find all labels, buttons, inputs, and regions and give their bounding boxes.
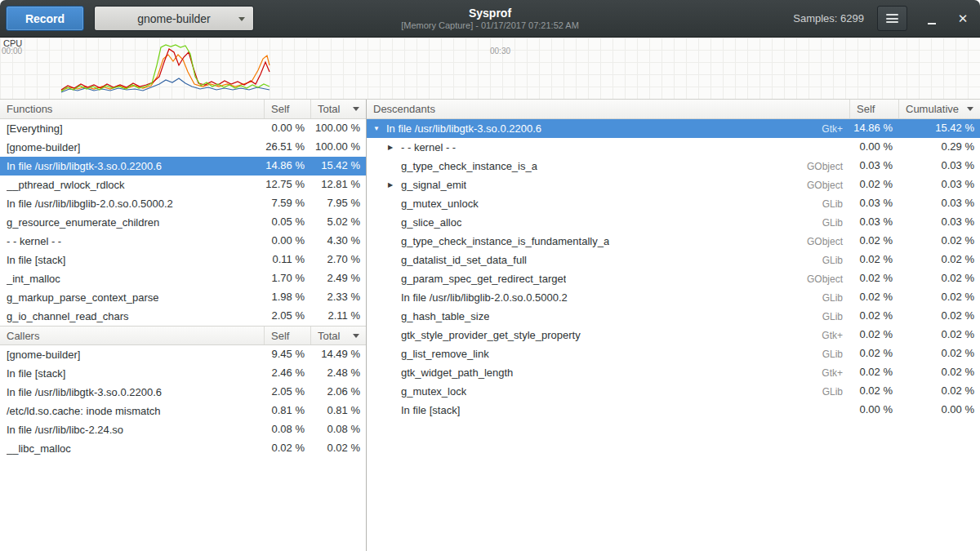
column-header-callers[interactable]: Callers [0,327,264,344]
column-header-total-label: Total [318,103,340,115]
table-row[interactable]: __libc_malloc0.02 %0.02 % [0,439,366,458]
name-cell: g_type_check_instance_is_aGObject [367,157,849,176]
self-percent: 14.86 % [264,157,310,176]
table-row[interactable]: In file /usr/lib/libglib-2.0.so.0.5000.2… [367,288,980,307]
function-name: [Everything] [7,120,63,138]
column-header-self[interactable]: Self [264,327,310,344]
table-row[interactable]: ▼In file /usr/lib/libgtk-3.so.0.2200.6Gt… [367,119,980,138]
table-row[interactable]: In file /usr/lib/libgtk-3.so.0.2200.614.… [0,157,366,176]
cumulative-percent: 0.29 % [898,138,980,157]
table-row[interactable]: [Everything]0.00 %100.00 % [0,119,366,138]
total-percent: 14.49 % [310,345,366,364]
expander-closed-icon[interactable]: ▶ [388,176,401,194]
table-row[interactable]: In file /usr/lib/libc-2.24.so0.08 %0.08 … [0,420,366,439]
name-cell: g_slice_allocGLib [367,213,849,232]
self-percent: 0.03 % [849,157,898,176]
table-row[interactable]: g_type_check_instance_is_fundamentally_a… [367,232,980,251]
chevron-down-icon [238,17,245,21]
function-name: gtk_style_provider_get_style_property [401,327,581,344]
function-name: g_datalist_id_set_data_full [401,251,527,269]
function-name: In file /usr/lib/libgtk-3.so.0.2200.6 [7,158,162,176]
self-percent: 0.03 % [849,213,898,232]
name-cell: /etc/ld.so.cache: inode mismatch [0,402,264,420]
table-row[interactable]: - - kernel - -0.00 %4.30 % [0,232,366,251]
name-cell: g_mutex_lockGLib [367,382,849,401]
name-cell: ▶g_signal_emitGObject [367,176,849,194]
column-header-descendants[interactable]: Descendants [367,100,849,118]
table-row[interactable]: ▶g_signal_emitGObject0.02 %0.03 % [367,176,980,194]
process-selector-dropdown[interactable]: gnome-builder [94,6,254,31]
samples-count: Samples: 6299 [793,12,864,24]
function-name: [gnome-builder] [7,346,80,364]
table-row[interactable]: In file /usr/lib/libglib-2.0.so.0.5000.2… [0,194,366,213]
name-cell: g_resource_enumerate_children [0,213,264,232]
close-button[interactable]: ✕ [951,7,974,30]
table-row[interactable]: g_resource_enumerate_children0.05 %5.02 … [0,213,366,232]
table-row[interactable]: _int_malloc1.70 %2.49 % [0,269,366,288]
expander-open-icon[interactable]: ▼ [373,120,386,138]
table-row[interactable]: gtk_widget_path_lengthGtk+0.02 %0.02 % [367,363,980,382]
cumulative-percent: 0.03 % [898,194,980,213]
name-cell: g_param_spec_get_redirect_targetGObject [367,269,849,288]
function-name: g_list_remove_link [401,345,489,363]
table-row[interactable]: g_slice_allocGLib0.03 %0.03 % [367,213,980,232]
table-row[interactable]: In file [stack]0.00 %0.00 % [367,401,980,420]
table-row[interactable]: g_mutex_lockGLib0.02 %0.02 % [367,382,980,401]
self-percent: 0.02 % [264,439,310,458]
cpu-line-green [61,45,270,91]
headerbar: Record gnome-builder Sysprof [Memory Cap… [0,0,980,38]
column-header-total[interactable]: Total [310,327,366,344]
function-name: g_io_channel_read_chars [7,308,129,326]
category-label: GLib [814,383,843,401]
name-cell: [gnome-builder] [0,138,264,157]
column-header-cumulative[interactable]: Cumulative [898,100,980,118]
table-row[interactable]: g_datalist_id_set_data_fullGLib0.02 %0.0… [367,251,980,269]
table-row[interactable]: /etc/ld.so.cache: inode mismatch0.81 %0.… [0,402,366,420]
time-label-start: 00:00 [2,47,22,56]
table-row[interactable]: __pthread_rwlock_rdlock12.75 %12.81 % [0,176,366,194]
table-row[interactable]: g_markup_parse_context_parse1.98 %2.33 % [0,288,366,307]
self-percent: 2.05 % [264,383,310,402]
callers-table: Callers Self Total [gnome-builder]9.45 %… [0,326,366,458]
table-row[interactable]: In file [stack]0.11 %2.70 % [0,251,366,269]
table-row[interactable]: g_param_spec_get_redirect_targetGObject0… [367,269,980,288]
column-header-functions[interactable]: Functions [0,100,264,118]
table-row[interactable]: g_io_channel_read_chars2.05 %2.11 % [0,307,366,326]
function-name: - - kernel - - [401,139,456,157]
self-percent: 0.81 % [264,402,310,420]
self-percent: 26.51 % [264,138,310,157]
name-cell: g_datalist_id_set_data_fullGLib [367,251,849,269]
table-row[interactable]: g_type_check_instance_is_aGObject0.03 %0… [367,157,980,176]
column-header-total[interactable]: Total [310,100,366,118]
self-percent: 0.02 % [849,307,898,326]
table-row[interactable]: g_hash_table_sizeGLib0.02 %0.02 % [367,307,980,326]
table-row[interactable]: [gnome-builder]26.51 %100.00 % [0,138,366,157]
table-row[interactable]: ▶- - kernel - -0.00 %0.29 % [367,138,980,157]
category-label: GLib [814,195,843,213]
function-name: _int_malloc [7,270,60,288]
cpu-graph[interactable]: CPU 00:00 00:30 [0,38,980,100]
self-percent: 0.00 % [264,119,310,138]
total-percent: 7.95 % [310,194,366,213]
minimize-icon [928,23,936,24]
total-percent: 15.42 % [310,157,366,176]
table-row[interactable]: In file /usr/lib/libgtk-3.so.0.2200.62.0… [0,383,366,402]
column-header-self[interactable]: Self [264,100,310,118]
table-row[interactable]: [gnome-builder]9.45 %14.49 % [0,345,366,364]
column-header-self[interactable]: Self [849,100,898,118]
table-row[interactable]: g_list_remove_linkGLib0.02 %0.02 % [367,344,980,363]
name-cell: g_hash_table_sizeGLib [367,307,849,326]
cumulative-percent: 0.03 % [898,176,980,194]
time-label-mid: 00:30 [490,47,510,56]
name-cell: g_io_channel_read_chars [0,307,264,326]
function-name: In file [stack] [7,365,65,383]
table-row[interactable]: gtk_style_provider_get_style_propertyGtk… [367,326,980,344]
table-row[interactable]: In file [stack]2.46 %2.48 % [0,364,366,383]
name-cell: In file [stack] [0,364,264,383]
record-button[interactable]: Record [6,6,84,31]
menu-button[interactable] [877,6,907,31]
expander-closed-icon[interactable]: ▶ [388,139,401,157]
table-row[interactable]: g_mutex_unlockGLib0.03 %0.03 % [367,194,980,213]
minimize-button[interactable] [920,7,943,30]
total-percent: 0.08 % [310,420,366,439]
